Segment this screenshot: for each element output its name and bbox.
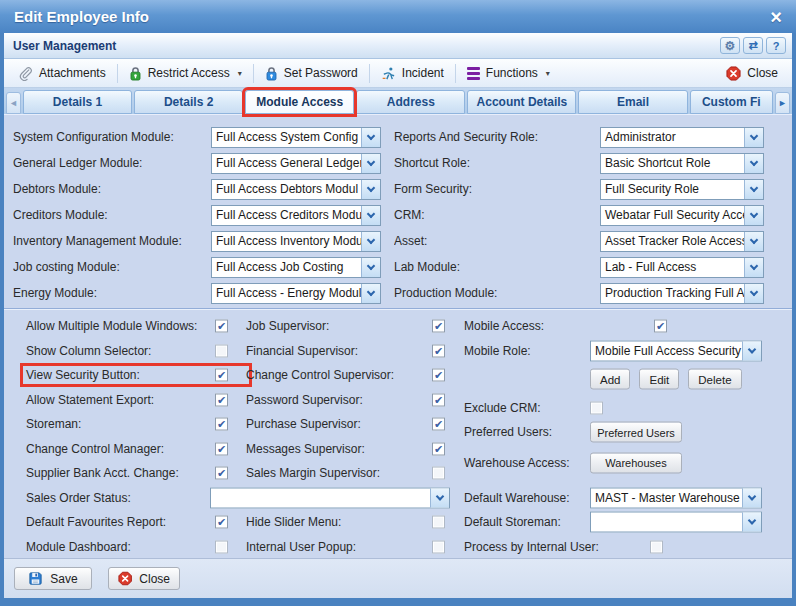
purchase-supervisor-checkbox[interactable]: ✔ [432, 418, 445, 431]
form-row: Production Module:Production Tracking Fu… [394, 280, 764, 306]
incident-button[interactable]: Incident [373, 62, 452, 85]
form-row: Reports And Security Role:Administrator [394, 124, 764, 150]
tab-scroll-left-button[interactable]: ◄ [6, 92, 21, 114]
change-control-manager-checkbox[interactable]: ✔ [215, 442, 228, 455]
view-security-button-checkbox[interactable]: ✔ [215, 369, 228, 382]
footer-bar: Save Close [4, 558, 792, 598]
lab-module-dropdown[interactable]: Lab - Full Access [600, 257, 764, 278]
form-row: CRM:Webatar Full Security Acce [394, 202, 764, 228]
form-row: Form Security:Full Security Role [394, 176, 764, 202]
blue-lock-icon [265, 66, 278, 81]
general-ledger-module-dropdown[interactable]: Full Access General Ledger [211, 153, 381, 174]
toolbar-separator [253, 64, 254, 83]
sales-margin-supervisor-checkbox[interactable] [432, 467, 445, 480]
chevron-down-icon[interactable] [744, 232, 763, 251]
form-security-dropdown[interactable]: Full Security Role [600, 179, 764, 200]
close-button[interactable]: Close [108, 567, 180, 590]
mobile-role-dropdown[interactable]: Mobile Full Access Security [590, 340, 762, 361]
floppy-disk-icon [28, 571, 43, 586]
functions-button[interactable]: Functions ▾ [459, 62, 558, 85]
help-icon: ? [773, 40, 780, 52]
chevron-down-icon[interactable] [430, 488, 449, 507]
green-lock-icon [129, 66, 142, 81]
allow-statement-export-checkbox[interactable]: ✔ [215, 393, 228, 406]
chevron-down-icon[interactable] [361, 206, 380, 225]
toolbar-close-button[interactable]: Close [718, 62, 786, 85]
chevron-down-icon[interactable] [742, 513, 761, 532]
chevron-down-icon[interactable] [361, 284, 380, 303]
energy-module-dropdown[interactable]: Full Access - Energy Modul [211, 283, 381, 304]
functions-menu-icon [467, 67, 480, 80]
form-row: Lab Module:Lab - Full Access [394, 254, 764, 280]
dialog-body: User Management ⚙ ⇄ ? Attachments Restri… [4, 33, 792, 598]
reports-security-role-dropdown[interactable]: Administrator [600, 127, 764, 148]
chevron-down-icon[interactable] [742, 341, 761, 360]
set-password-button[interactable]: Set Password [257, 62, 366, 85]
storeman-checkbox[interactable]: ✔ [215, 418, 228, 431]
default-storeman-dropdown[interactable] [590, 512, 762, 533]
tab-account-details[interactable]: Account Details [467, 90, 576, 114]
production-module-dropdown[interactable]: Production Tracking Full Ac [600, 283, 764, 304]
red-stop-x-icon [118, 571, 132, 586]
chevron-down-icon[interactable] [744, 258, 763, 277]
window-close-icon[interactable]: × [770, 7, 782, 27]
messages-supervisor-checkbox[interactable]: ✔ [432, 442, 445, 455]
tab-details-1[interactable]: Details 1 [23, 90, 132, 114]
job-supervisor-checkbox[interactable]: ✔ [432, 320, 445, 333]
allow-multiple-module-windows-checkbox[interactable]: ✔ [215, 320, 228, 333]
chevron-down-icon[interactable] [361, 180, 380, 199]
supplier-bank-acct-change-checkbox[interactable]: ✔ [215, 467, 228, 480]
default-warehouse-dropdown[interactable]: MAST - Master Warehouse [590, 487, 762, 508]
restrict-access-button[interactable]: Restrict Access ▾ [121, 62, 250, 85]
default-favourites-report-checkbox[interactable]: ✔ [215, 516, 228, 529]
shortcut-role-dropdown[interactable]: Basic Shortcut Role [600, 153, 764, 174]
chevron-down-icon[interactable] [361, 154, 380, 173]
chevron-down-icon[interactable] [361, 128, 380, 147]
process-by-internal-user-checkbox[interactable] [650, 540, 663, 553]
red-stop-x-icon [726, 66, 741, 81]
perm-row-2: Show Column Selector: Financial Supervis… [4, 339, 792, 364]
refresh-button[interactable]: ⇄ [743, 37, 763, 54]
tab-address[interactable]: Address [356, 90, 465, 114]
sales-order-status-dropdown[interactable] [210, 487, 450, 508]
chevron-down-icon[interactable] [744, 154, 763, 173]
debtors-module-dropdown[interactable]: Full Access Debtors Modul [211, 179, 381, 200]
chevron-down-icon[interactable] [744, 180, 763, 199]
form-row: System Configuration Module:Full Access … [13, 124, 381, 150]
chevron-down-icon[interactable] [744, 284, 763, 303]
show-column-selector-checkbox[interactable] [215, 344, 228, 357]
edit-employee-info-dialog: Edit Employee Info × User Management ⚙ ⇄… [0, 0, 796, 606]
change-control-supervisor-checkbox[interactable]: ✔ [432, 369, 445, 382]
chevron-down-icon[interactable] [361, 258, 380, 277]
tab-details-2[interactable]: Details 2 [134, 90, 243, 114]
financial-supervisor-checkbox[interactable]: ✔ [432, 344, 445, 357]
chevron-down-icon[interactable] [744, 128, 763, 147]
chevron-down-icon[interactable] [744, 206, 763, 225]
form-row: Job costing Module:Full Access Job Costi… [13, 254, 381, 280]
chevron-down-icon[interactable] [361, 232, 380, 251]
toolbar-separator [369, 64, 370, 83]
perm-row-9: Default Favourites Report: ✔ Hide Slider… [4, 510, 792, 535]
creditors-module-dropdown[interactable]: Full Access Creditors Modu [211, 205, 381, 226]
hide-slider-menu-checkbox[interactable] [432, 516, 445, 529]
toolbar-separator [117, 64, 118, 83]
inventory-management-module-dropdown[interactable]: Full Access Inventory Modu [211, 231, 381, 252]
help-button[interactable]: ? [766, 37, 786, 54]
form-row: General Ledger Module:Full Access Genera… [13, 150, 381, 176]
internal-user-popup-checkbox[interactable] [432, 540, 445, 553]
system-configuration-module-dropdown[interactable]: Full Access System Config [211, 127, 381, 148]
tab-custom-fields[interactable]: Custom Fi [690, 90, 773, 114]
save-button[interactable]: Save [14, 567, 92, 590]
attachments-button[interactable]: Attachments [10, 62, 114, 85]
tab-email[interactable]: Email [578, 90, 687, 114]
settings-button[interactable]: ⚙ [720, 37, 740, 54]
password-supervisor-checkbox[interactable]: ✔ [432, 393, 445, 406]
crm-dropdown[interactable]: Webatar Full Security Acce [600, 205, 764, 226]
job-costing-module-dropdown[interactable]: Full Access Job Costing [211, 257, 381, 278]
mobile-access-checkbox[interactable]: ✔ [654, 320, 667, 333]
tab-module-access[interactable]: Module Access [245, 90, 354, 114]
asset-dropdown[interactable]: Asset Tracker Role Access [600, 231, 764, 252]
tab-scroll-right-button[interactable]: ► [775, 92, 790, 114]
chevron-down-icon[interactable] [742, 488, 761, 507]
module-dashboard-checkbox[interactable] [215, 540, 228, 553]
